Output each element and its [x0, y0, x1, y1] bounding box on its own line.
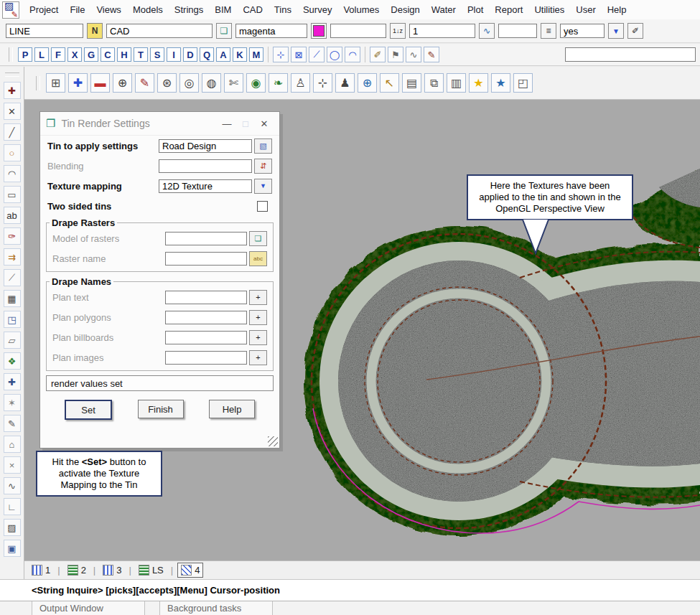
cross-icon[interactable]: × — [4, 456, 21, 474]
letter-button-h[interactable]: H — [117, 47, 131, 62]
model-list-icon[interactable]: ❏ — [216, 23, 232, 39]
circle-icon[interactable]: ○ — [4, 144, 21, 161]
menu-volumes[interactable]: Volumes — [337, 1, 385, 18]
finish-button[interactable]: Finish — [138, 400, 184, 418]
hatch-icon[interactable]: ▨ — [4, 519, 21, 536]
favourite-icon[interactable]: ★ — [469, 73, 488, 93]
arc-snap-icon[interactable]: ◠ — [345, 47, 360, 62]
menu-water[interactable]: Water — [426, 1, 462, 18]
letter-button-l[interactable]: L — [34, 47, 49, 62]
curve-tool-icon[interactable]: ∿ — [406, 47, 421, 62]
view-tab-2[interactable]: 2 — [65, 563, 89, 577]
close-icon[interactable]: ✕ — [255, 118, 274, 129]
zoom-in-icon[interactable]: ⊕ — [113, 73, 132, 93]
zigzag-icon[interactable]: ∿ — [479, 23, 495, 39]
output-window-tab[interactable]: Output Window — [32, 601, 145, 615]
menu-report[interactable]: Report — [489, 1, 528, 18]
symbol-icon[interactable]: ❖ — [4, 352, 21, 370]
eyedropper-icon[interactable]: ✐ — [627, 23, 643, 39]
offset-icon[interactable]: ⇉ — [4, 248, 21, 266]
maximize-icon[interactable]: □ — [236, 118, 255, 129]
background-tasks-tab[interactable]: Background tasks — [159, 601, 273, 615]
letter-button-k[interactable]: K — [233, 47, 247, 62]
tin-input[interactable] — [159, 139, 252, 153]
shape-icon[interactable]: ▱ — [4, 332, 21, 349]
name-toggle-button[interactable]: N — [87, 23, 103, 39]
empty-field-1[interactable] — [330, 24, 386, 38]
tin-pick-button[interactable]: ▧ — [254, 139, 272, 154]
lines-icon[interactable]: ≡ — [541, 23, 556, 39]
letter-button-i[interactable]: I — [167, 47, 181, 62]
set-button[interactable]: Set — [65, 400, 112, 420]
minimize-icon[interactable]: — — [218, 118, 236, 129]
crosshair-icon[interactable]: ✚ — [4, 82, 21, 99]
menu-views[interactable]: Views — [90, 1, 126, 18]
menu-project[interactable]: Project — [24, 1, 64, 18]
sheet-icon[interactable]: ▥ — [447, 73, 466, 93]
menu-models[interactable]: Models — [127, 1, 169, 18]
resize-grip[interactable] — [268, 436, 278, 446]
globe-icon[interactable]: ⊕ — [358, 73, 377, 93]
copy-icon[interactable]: ⧉ — [424, 73, 444, 93]
texture-dropdown-button[interactable]: ▼ — [254, 179, 272, 194]
window-icon[interactable]: ◳ — [4, 311, 21, 328]
two-sided-checkbox[interactable] — [257, 201, 268, 212]
view-tab-ls[interactable]: LS — [136, 563, 167, 577]
joystick-icon[interactable]: ⊹ — [313, 73, 332, 93]
table-icon[interactable]: ▦ — [4, 290, 21, 307]
rect-icon[interactable]: ▭ — [4, 186, 21, 203]
remove-icon[interactable]: ▬ — [90, 73, 110, 93]
pencil-tool-icon[interactable]: ✐ — [370, 47, 386, 62]
letter-button-s[interactable]: S — [150, 47, 164, 62]
move-icon[interactable]: ✚ — [4, 373, 21, 390]
walk-icon[interactable]: ♙ — [291, 73, 310, 93]
add-icon[interactable]: ✚ — [68, 73, 88, 93]
letter-button-m[interactable]: M — [249, 47, 263, 62]
sort-numeric-icon[interactable]: 1↓z — [390, 23, 406, 39]
letter-button-x[interactable]: X — [67, 47, 82, 62]
circle-snap-icon[interactable]: ◯ — [327, 47, 342, 62]
dialog-titlebar[interactable]: ❒ Tin Render Settings — □ ✕ — [40, 112, 279, 136]
menu-bim[interactable]: BIM — [209, 1, 237, 18]
erase-icon[interactable]: ✕ — [4, 103, 21, 120]
colour-swatch[interactable] — [311, 23, 327, 39]
model-input[interactable] — [106, 24, 213, 38]
letter-button-a[interactable]: A — [216, 47, 230, 62]
letter-button-d[interactable]: D — [183, 47, 197, 62]
favourite-blue-icon[interactable]: ★ — [491, 73, 510, 93]
line-type-input[interactable] — [6, 24, 83, 38]
grid-snap-icon[interactable]: ⊠ — [291, 47, 307, 62]
zoom-window-icon[interactable]: ◍ — [202, 73, 221, 93]
menu-plot[interactable]: Plot — [462, 1, 489, 18]
print-icon[interactable]: ▤ — [402, 73, 421, 93]
dropdown-arrow-icon[interactable]: ▼ — [608, 23, 624, 39]
point-snap-icon[interactable]: ⊹ — [273, 47, 289, 62]
eye-icon[interactable]: ◉ — [246, 73, 266, 93]
weight-input[interactable] — [409, 24, 475, 38]
letter-button-p[interactable]: P — [18, 47, 32, 62]
view-tab-1[interactable]: 1 — [29, 563, 53, 577]
menu-utilities[interactable]: Utilities — [528, 1, 570, 18]
view-tab-4[interactable]: 4 — [177, 563, 203, 578]
view-tab-3[interactable]: 3 — [100, 563, 124, 577]
command-input[interactable] — [565, 47, 696, 62]
text-icon[interactable]: ab — [4, 207, 21, 224]
new-view-icon[interactable]: ⊞ — [46, 73, 65, 93]
arc-icon[interactable]: ◠ — [4, 165, 21, 182]
letter-button-t[interactable]: T — [134, 47, 148, 62]
measure-icon[interactable]: ⟋ — [4, 269, 21, 286]
brush-icon[interactable]: ✑ — [4, 227, 21, 245]
zoom-previous-icon[interactable]: ◎ — [179, 73, 199, 93]
menu-cad[interactable]: CAD — [237, 1, 268, 18]
menu-tins[interactable]: Tins — [269, 1, 297, 18]
letter-button-g[interactable]: G — [84, 47, 98, 62]
menu-help[interactable]: Help — [602, 1, 633, 18]
wave-icon[interactable]: ∿ — [4, 477, 21, 494]
colour-input[interactable] — [235, 24, 307, 38]
texture-mapping-input[interactable] — [159, 179, 252, 193]
menu-file[interactable]: File — [64, 1, 90, 18]
orbit-icon[interactable]: ♟ — [335, 73, 355, 93]
line-icon[interactable]: ╱ — [4, 123, 21, 141]
help-button[interactable]: Help — [209, 400, 255, 418]
image-icon[interactable]: ▣ — [4, 540, 21, 557]
